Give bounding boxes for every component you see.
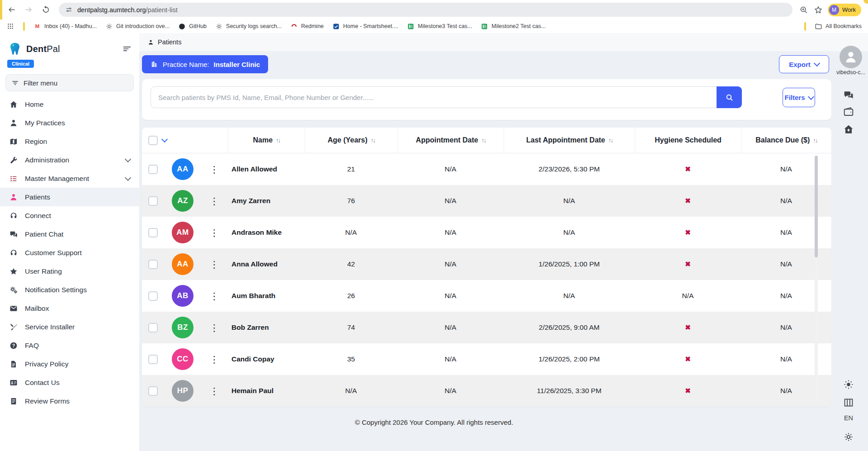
- select-all-checkbox[interactable]: [148, 136, 158, 145]
- export-button[interactable]: Export: [779, 55, 829, 73]
- wallet-icon[interactable]: [843, 106, 854, 118]
- row-checkbox[interactable]: [148, 386, 158, 396]
- url-path: /patient-list: [146, 6, 178, 14]
- bookmark-item-redmine[interactable]: Redmine: [290, 23, 324, 30]
- sidebar-collapse-icon[interactable]: [122, 44, 132, 54]
- breadcrumb: Patients: [139, 33, 868, 51]
- sidebar-item-administration[interactable]: Administration: [0, 151, 139, 169]
- browser-menu-icon[interactable]: ⋮: [866, 5, 868, 14]
- messages-icon[interactable]: [843, 89, 854, 101]
- sort-icon[interactable]: ↑↓: [371, 137, 375, 144]
- sidebar-item-patients[interactable]: Patients: [0, 188, 139, 206]
- column-header-name[interactable]: Name↑↓: [228, 128, 305, 153]
- row-checkbox[interactable]: [148, 196, 158, 206]
- table-row[interactable]: BZ⋮Bob Zarren74N/A2/26/2025, 9:00 AM✖N/A: [142, 312, 831, 343]
- patients-table: Name↑↓Age (Years)↑↓Appointment Date↑↓Las…: [142, 128, 831, 407]
- table-row[interactable]: CC⋮Candi Copay35N/A1/26/2025, 2:00 PM✖N/…: [142, 343, 831, 375]
- appointment-date: N/A: [397, 153, 504, 185]
- back-icon[interactable]: [4, 2, 19, 18]
- row-checkbox[interactable]: [148, 291, 158, 301]
- x-mark-icon: ✖: [685, 323, 691, 332]
- filters-button[interactable]: Filters: [783, 88, 815, 107]
- sidebar-item-faq[interactable]: ?FAQ: [0, 336, 139, 355]
- forward-icon[interactable]: [21, 2, 36, 18]
- settings-gear-icon[interactable]: [843, 431, 854, 443]
- all-bookmarks-button[interactable]: All Bookmarks: [815, 23, 862, 30]
- sidebar-item-my-practices[interactable]: My Practices: [0, 114, 139, 132]
- bookmark-item-milestone2-test-cas[interactable]: Milestone2 Test cas...: [481, 23, 546, 30]
- kebab-menu-icon[interactable]: ⋮: [210, 323, 219, 332]
- bookmark-item-milestone3-test-cas[interactable]: Milestone3 Test cas...: [407, 23, 472, 30]
- apps-grid-icon[interactable]: [6, 22, 14, 30]
- browser-profile-chip[interactable]: M Work: [828, 4, 861, 16]
- sidebar-item-master-management[interactable]: Master Management: [0, 169, 139, 188]
- table-row[interactable]: HP⋮Hemain PaulN/AN/A11/26/2025, 3:30 PM✖…: [142, 375, 831, 407]
- search-button[interactable]: [717, 86, 742, 108]
- table-row[interactable]: AA⋮Allen Allowed21N/A2/23/2026, 5:30 PM✖…: [142, 153, 831, 185]
- table-row[interactable]: AA⋮Anna Allowed42N/A1/26/2025, 1:00 PM✖N…: [142, 248, 831, 280]
- sidebar-item-region[interactable]: Region: [0, 132, 139, 151]
- site-settings-icon[interactable]: [65, 6, 73, 14]
- sidebar-item-connect[interactable]: Connect: [0, 206, 139, 225]
- sidebar-item-user-rating[interactable]: User Rating: [0, 262, 139, 280]
- row-checkbox[interactable]: [148, 260, 158, 269]
- sidebar-item-patient-chat[interactable]: Patient Chat: [0, 225, 139, 243]
- bookmark-star-icon[interactable]: [813, 5, 823, 15]
- select-menu-chevron-icon[interactable]: [161, 136, 168, 142]
- language-selector[interactable]: EN: [843, 414, 854, 422]
- scrollbar-thumb[interactable]: [815, 156, 818, 257]
- bookmark-item-security-logs-search[interactable]: Security logs search...: [215, 23, 282, 30]
- address-bar[interactable]: dentpalstg.aumtech.org/patient-list: [59, 3, 793, 17]
- theme-sun-icon[interactable]: [843, 379, 854, 390]
- sidebar-item-notification-settings[interactable]: Notification Settings: [0, 280, 139, 299]
- sidebar-item-contact-us[interactable]: Contact Us: [0, 373, 139, 392]
- kebab-menu-icon[interactable]: ⋮: [210, 196, 219, 206]
- sidebar-item-home[interactable]: Home: [0, 95, 139, 114]
- sidebar-item-mailbox[interactable]: Mailbox: [0, 299, 139, 318]
- table-row[interactable]: AZ⋮Amy Zarren76N/AN/A✖N/A: [142, 185, 831, 217]
- zoom-icon[interactable]: [799, 5, 809, 15]
- sort-icon[interactable]: ↑↓: [276, 137, 280, 144]
- medical-home-icon[interactable]: [843, 123, 854, 135]
- table-scrollbar[interactable]: [815, 156, 818, 402]
- sort-icon[interactable]: ↑↓: [609, 137, 613, 144]
- column-header-age-years[interactable]: Age (Years)↑↓: [305, 128, 397, 153]
- sort-icon[interactable]: ↑↓: [813, 137, 817, 144]
- column-header-balance-due[interactable]: Balance Due ($)↑↓: [741, 128, 831, 153]
- browser-toolbar: dentpalstg.aumtech.org/patient-list M Wo…: [0, 0, 868, 19]
- sidebar-item-customer-support[interactable]: Customer Support: [0, 243, 139, 262]
- patient-search-input[interactable]: [151, 86, 717, 108]
- user-avatar[interactable]: [840, 46, 862, 68]
- kebab-menu-icon[interactable]: ⋮: [210, 291, 219, 301]
- reload-icon[interactable]: [38, 2, 53, 18]
- bookmark-item-github[interactable]: GitHub: [178, 23, 207, 30]
- kebab-menu-icon[interactable]: ⋮: [210, 165, 219, 174]
- row-checkbox[interactable]: [148, 355, 158, 364]
- bookmark-item-home-smartsheet[interactable]: Home - Smartsheet....: [332, 23, 398, 30]
- doc-icon: [9, 360, 18, 369]
- column-header-hygiene-scheduled[interactable]: Hygiene Scheduled: [635, 128, 741, 153]
- bookmark-item-inbox-40-madhu[interactable]: MInbox (40) - Madhu...: [33, 23, 97, 30]
- table-row[interactable]: AB⋮Aum Bharath26N/AN/AN/AN/A: [142, 280, 831, 312]
- kebab-menu-icon[interactable]: ⋮: [210, 260, 219, 269]
- filter-menu-input[interactable]: Filter menu: [5, 74, 134, 91]
- row-checkbox[interactable]: [148, 228, 158, 237]
- appointment-date: N/A: [397, 185, 504, 217]
- kebab-menu-icon[interactable]: ⋮: [210, 228, 219, 237]
- row-checkbox[interactable]: [148, 165, 158, 174]
- sidebar-item-review-forms[interactable]: Review Forms: [0, 392, 139, 410]
- column-header-last-appointment-date[interactable]: Last Appointment Date↑↓: [504, 128, 635, 153]
- sidebar-item-privacy-policy[interactable]: Privacy Policy: [0, 355, 139, 373]
- avatar: AZ: [172, 190, 193, 212]
- columns-icon[interactable]: [843, 397, 854, 408]
- bookmark-item-git-introduction-ove[interactable]: Git introduction ove...: [105, 23, 170, 30]
- kebab-menu-icon[interactable]: ⋮: [210, 355, 219, 364]
- wrench-icon: [9, 156, 18, 165]
- sort-icon[interactable]: ↑↓: [481, 137, 486, 144]
- smartsheet-favicon: [332, 23, 340, 30]
- column-header-appointment-date[interactable]: Appointment Date↑↓: [397, 128, 504, 153]
- kebab-menu-icon[interactable]: ⋮: [210, 386, 219, 396]
- table-row[interactable]: AM⋮Andrason MikeN/AN/AN/A✖N/A: [142, 217, 831, 248]
- row-checkbox[interactable]: [148, 323, 158, 332]
- sidebar-item-service-installer[interactable]: Service Installer: [0, 318, 139, 336]
